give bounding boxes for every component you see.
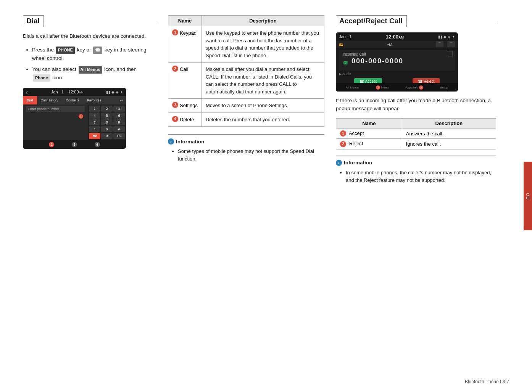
ar-prev-btn[interactable]: ⌒ — [436, 41, 443, 47]
accept-name: Accept — [349, 130, 364, 136]
ar-table-reject-desc: Ignores the call. — [402, 139, 496, 149]
keypad-btn-3[interactable]: 3 — [113, 106, 125, 112]
ar-fm-label: FM — [387, 42, 392, 47]
nav-tab-callhistory[interactable]: Call History — [37, 96, 62, 104]
delete-label: Delete — [180, 116, 194, 124]
keypad-btn-1[interactable]: 1 — [89, 106, 100, 112]
keypad-btn-hash[interactable]: # — [113, 126, 125, 132]
table-row-call: 2 Call Makes a call after you dial a num… — [168, 63, 324, 99]
middle-section: Name Description 1 Keypad Use the keypad… — [168, 15, 336, 360]
keypad-btn-0[interactable]: 0 — [101, 126, 113, 132]
table-cell-keypad-desc: Use the keypad to enter the phone number… — [202, 26, 324, 63]
dial-bullet-2: You can also select All Menus icon, and … — [32, 65, 156, 82]
ar-table-row-reject: 2 Reject Ignores the call. — [336, 139, 496, 149]
nav-tab-dial[interactable]: Dial — [23, 96, 37, 104]
ar-screen-status: ▮▮ ◆ ◈ ✦ — [438, 35, 455, 39]
table-row-delete: 4 Delete Deletes the numbers that you en… — [168, 112, 324, 127]
page-footer: Bluetooth Phone I 3-7 — [0, 375, 532, 392]
table-cell-delete-name: 4 Delete — [168, 112, 202, 127]
ar-bottom-appsinfo: Apps/Info 2 — [405, 85, 423, 90]
table-row-settings: 3 Settings Moves to a screen of Phone Se… — [168, 99, 324, 113]
keypad-btn-6[interactable]: 6 — [113, 112, 125, 119]
middle-info-bullet-1: Some types of mobile phones may not supp… — [178, 148, 324, 163]
table-cell-settings-name: 3 Settings — [168, 99, 202, 113]
ar-table-reject-name: 2 Reject — [336, 139, 402, 149]
nav-tab-contacts[interactable]: Contacts — [62, 96, 84, 104]
audio-label: ▶ Audio — [339, 72, 351, 76]
table-header-description: Description — [202, 16, 324, 26]
ar-screen-date: Jan 1 — [339, 34, 351, 39]
right-info-title: i Information — [336, 160, 496, 166]
right-info-bullets: In some mobile phones, the caller's numb… — [340, 169, 496, 184]
footer-text: Bluetooth Phone I 3-7 — [465, 379, 509, 384]
ar-top-bar: Jan 1 12:00AM ▮▮ ◆ ◈ ✦ — [336, 32, 458, 41]
ar-row-num-2: 2 — [340, 141, 346, 147]
ar-incoming-label: Incoming Call — [343, 52, 451, 56]
status-icons: ▮▮ ◆ ◈ ✦ — [106, 90, 123, 94]
dial-body: Dials a call after the Bluetooth devices… — [23, 32, 156, 40]
ar-body-text: If there is an incoming call after you m… — [336, 97, 496, 113]
indicator-2: 2 — [49, 142, 54, 147]
ar-bottom-menu: 1 Menu — [376, 85, 389, 90]
keypad-btn-9[interactable]: 9 — [113, 119, 125, 125]
ar-next-btn[interactable]: ⌒ — [447, 41, 455, 47]
right-info-box: i Information In some mobile phones, the… — [336, 156, 496, 184]
table-cell-call-desc: Makes a call after you dial a number and… — [202, 63, 324, 99]
audio-indicator: ▶ Audio — [339, 72, 455, 76]
nav-tab-favorites[interactable]: Favorites — [83, 96, 105, 104]
indicator-4: 4 — [95, 142, 100, 147]
keypad-btn-2[interactable]: 2 — [101, 106, 113, 112]
ar-header: Accept/Reject Call — [336, 15, 496, 27]
fm-icon: 📻 — [339, 42, 343, 46]
ar-table-accept-name: 1 Accept — [336, 128, 402, 139]
ar-table-row-accept: 1 Accept Answers the call. — [336, 128, 496, 139]
row-num-2: 2 — [172, 66, 178, 72]
dial-header: Dial — [23, 15, 156, 27]
ar-table: Name Description 1 Accept Answers the ca… — [336, 118, 496, 149]
home-icon: ⌂ — [26, 90, 29, 94]
ar-table-header-desc: Description — [402, 118, 496, 128]
dial-section: Dial Dials a call after the Bluetooth de… — [23, 15, 168, 360]
indicator-1: 1 — [79, 114, 83, 119]
appsinfo-badge-2: 2 — [419, 85, 423, 90]
call-label: Call — [180, 66, 188, 73]
keypad-label: Keypad — [180, 29, 197, 37]
ar-table-accept-desc: Answers the call. — [402, 128, 496, 139]
right-info-bullet-1: In some mobile phones, the caller's numb… — [346, 169, 496, 184]
ar-page-icon: ❑ — [447, 50, 453, 58]
screen-date-time: Jan 1 12:00AM — [51, 90, 84, 94]
ar-row-num-1: 1 — [340, 130, 346, 137]
ar-bottom-setup: Setup — [440, 86, 448, 89]
keypad-btn-4[interactable]: 4 — [89, 112, 100, 119]
ar-table-header-name: Name — [336, 118, 402, 128]
keypad-btn-settings[interactable]: ⚙ — [101, 133, 113, 139]
keypad-btn-5[interactable]: 5 — [101, 112, 113, 119]
row-num-4: 4 — [172, 116, 178, 122]
keypad-btn-7[interactable]: 7 — [89, 119, 100, 125]
keypad-btn-star[interactable]: * — [89, 126, 100, 132]
table-cell-settings-desc: Moves to a screen of Phone Settings. — [202, 99, 324, 113]
phone-input-field[interactable]: Enter phone number. — [26, 106, 85, 112]
call-key-badge: ☎ — [93, 47, 102, 54]
middle-info-box: i Information Some types of mobile phone… — [168, 134, 324, 163]
middle-info-title: i Information — [168, 138, 324, 145]
ar-screen-mockup: Jan 1 12:00AM ▮▮ ◆ ◈ ✦ 📻 FM ⌒ ⌒ Incoming… — [336, 32, 458, 92]
red-tab: EO — [524, 162, 532, 230]
ar-bottom-allmenus: All Menus — [346, 86, 359, 89]
table-cell-delete-desc: Deletes the numbers that you entered. — [202, 112, 324, 127]
nav-back-icon: ↩ — [120, 98, 126, 103]
keypad-btn-delete[interactable]: ⌫ — [113, 133, 125, 139]
ar-bottom-bar: All Menus 1 Menu Apps/Info 2 Setup — [336, 83, 458, 92]
dial-table: Name Description 1 Keypad Use the keypad… — [168, 15, 324, 127]
phone-key-badge: PHONE — [56, 47, 75, 54]
keypad-btn-call[interactable]: ☎ — [89, 133, 100, 139]
dial-bullet-1: Press the PHONE key or ☎ key in the stee… — [32, 46, 156, 62]
menu-badge-1: 1 — [376, 85, 380, 90]
indicator-3: 3 — [72, 142, 77, 147]
info-icon-right: i — [336, 160, 342, 166]
phone-badge: Phone — [33, 74, 50, 82]
phone-screen-mockup: ⌂ Jan 1 12:00AM ▮▮ ◆ ◈ ✦ Dial Call Histo… — [23, 88, 126, 149]
row-num-1: 1 — [172, 29, 178, 35]
keypad-btn-8[interactable]: 8 — [101, 119, 113, 125]
settings-label: Settings — [180, 102, 198, 109]
